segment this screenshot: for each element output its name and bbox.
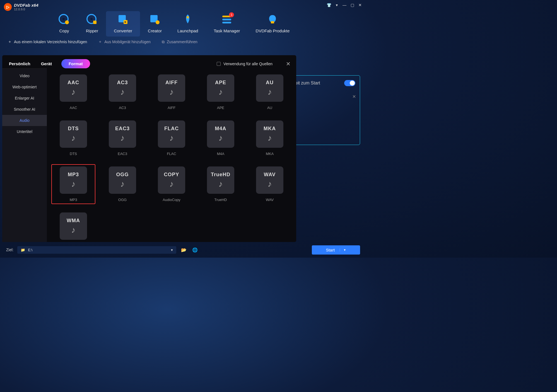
category-item[interactable]: Video <box>2 70 47 81</box>
main-nav: Copy Ripper Converter Creator Launchpad … <box>0 11 366 37</box>
format-cell-mka[interactable]: MKA♪MKA <box>248 118 292 158</box>
category-item[interactable]: Web-optimiert <box>2 81 47 93</box>
add-local-button[interactable]: ＋ Aus einem lokalen Verzeichnis hinzufüg… <box>8 39 87 44</box>
target-path: E:\ <box>28 248 32 252</box>
category-item[interactable]: Enlarger AI <box>2 93 47 104</box>
format-label: AudioCopy <box>163 198 180 202</box>
tab-personal[interactable]: Persönlich <box>8 60 32 68</box>
task-toggle[interactable] <box>344 80 355 86</box>
format-abbr: AC3 <box>117 80 128 86</box>
format-cell-copy[interactable]: COPY♪AudioCopy <box>150 164 194 204</box>
format-cell-ape[interactable]: APE♪APE <box>199 72 243 112</box>
category-item[interactable]: Smoother AI <box>2 104 47 115</box>
format-cell-m4a[interactable]: M4A♪M4A <box>199 118 243 158</box>
creator-icon <box>149 13 161 26</box>
format-abbr: APE <box>215 80 226 86</box>
tab-device[interactable]: Gerät <box>40 60 53 68</box>
format-cell-wav[interactable]: WAV♪WAV <box>248 164 292 204</box>
format-label: AAC <box>70 106 77 110</box>
format-cell-aiff[interactable]: AIFF♪AIFF <box>150 72 194 112</box>
format-cell-eac3[interactable]: EAC3♪EAC3 <box>100 118 144 158</box>
music-note-icon: ♪ <box>120 87 125 97</box>
format-tile: AIFF♪ <box>158 74 185 102</box>
nav-label: Ripper <box>86 28 98 33</box>
add-mobile-button[interactable]: ＋ Aus Mobilgerät hinzufügen <box>98 39 151 44</box>
format-picker-modal: Persönlich Gerät Format Verwendung für a… <box>2 55 296 242</box>
music-note-icon: ♪ <box>219 133 223 143</box>
task-panel: eit zum Start ✕ <box>290 75 360 145</box>
plus-icon: ＋ <box>98 39 102 44</box>
task-manager-icon: 1 <box>221 13 233 26</box>
web-target-button[interactable]: 🌐 <box>191 247 199 253</box>
merge-button[interactable]: ⧉ Zusammenführen <box>162 40 197 44</box>
nav-products[interactable]: DVDFab Produkte <box>248 11 298 37</box>
close-button[interactable]: ✕ <box>358 3 362 7</box>
format-abbr: EAC3 <box>115 126 130 132</box>
format-label: MP3 <box>70 198 77 202</box>
svg-rect-14 <box>222 22 231 23</box>
target-path-select[interactable]: 📁 E:\ ▾ <box>17 246 176 254</box>
modal-header: Persönlich Gerät Format Verwendung für a… <box>2 55 296 68</box>
svg-point-2 <box>65 20 69 24</box>
format-cell-wma[interactable]: WMA♪WMA <box>51 210 95 242</box>
format-cell-flac[interactable]: FLAC♪FLAC <box>150 118 194 158</box>
svg-rect-13 <box>222 19 231 20</box>
format-label: MKA <box>266 152 274 156</box>
category-item[interactable]: Untertitel <box>2 126 47 137</box>
format-cell-mp3[interactable]: MP3♪MP3 <box>51 164 95 204</box>
use-all-sources-option[interactable]: Verwendung für alle Quellen <box>217 62 273 66</box>
nav-label: Converter <box>114 28 132 33</box>
format-tile: MP3♪ <box>60 166 87 194</box>
modal-close-button[interactable]: ✕ <box>286 61 291 67</box>
format-label: WAV <box>266 198 274 202</box>
format-cell-aac[interactable]: AAC♪AAC <box>51 72 95 112</box>
nav-copy[interactable]: Copy <box>50 11 78 37</box>
maximize-button[interactable]: ▢ <box>350 3 355 7</box>
format-cell-dts[interactable]: DTS♪DTS <box>51 118 95 158</box>
format-tile: AAC♪ <box>60 74 87 102</box>
format-label: DTS <box>70 152 77 156</box>
nav-ripper[interactable]: Ripper <box>78 11 106 37</box>
app-name: DVDFab x64 <box>14 3 38 8</box>
format-tile: APE♪ <box>207 74 234 102</box>
format-abbr: TrueHD <box>211 172 230 178</box>
nav-converter[interactable]: Converter <box>106 11 140 37</box>
format-cell-au[interactable]: AU♪AU <box>248 72 292 112</box>
music-note-icon: ♪ <box>120 133 125 143</box>
format-tile: TrueHD♪ <box>207 166 234 194</box>
music-note-icon: ♪ <box>268 179 272 189</box>
browse-folder-button[interactable]: 📂 <box>180 247 187 253</box>
nav-launchpad[interactable]: Launchpad <box>170 11 206 37</box>
tab-format[interactable]: Format <box>61 59 90 68</box>
svg-point-4 <box>90 18 93 20</box>
format-label: OGG <box>118 198 127 202</box>
format-abbr: M4A <box>215 126 226 132</box>
format-tile: M4A♪ <box>207 120 234 148</box>
format-abbr: MP3 <box>68 172 79 178</box>
minimize-button[interactable]: — <box>342 3 347 7</box>
target-label: Ziel: <box>6 248 13 252</box>
format-tile: FLAC♪ <box>158 120 185 148</box>
format-cell-ogg[interactable]: OGG♪OGG <box>100 164 144 204</box>
task-close-icon[interactable]: ✕ <box>352 94 356 99</box>
nav-task-manager[interactable]: 1 Task Manager <box>206 11 248 37</box>
rocket-icon <box>182 13 194 26</box>
task-badge: 1 <box>229 12 234 17</box>
category-item[interactable]: Audio <box>2 115 47 126</box>
format-label: AC3 <box>119 106 126 110</box>
converter-icon <box>117 13 129 26</box>
start-dropdown-icon[interactable]: ▼ <box>340 248 346 251</box>
music-note-icon: ♪ <box>170 87 174 97</box>
dropdown-icon[interactable]: ▾ <box>334 3 339 7</box>
svg-point-11 <box>187 16 189 18</box>
music-note-icon: ♪ <box>120 179 125 189</box>
nav-creator[interactable]: Creator <box>140 11 170 37</box>
format-cell-truehd[interactable]: TrueHD♪TrueHD <box>199 164 243 204</box>
shirt-icon[interactable]: 👕 <box>327 3 331 7</box>
format-cell-ac3[interactable]: AC3♪AC3 <box>100 72 144 112</box>
format-label: FLAC <box>167 152 176 156</box>
music-note-icon: ♪ <box>71 133 76 143</box>
format-abbr: WMA <box>67 218 80 224</box>
music-note-icon: ♪ <box>219 87 223 97</box>
start-button[interactable]: Start ▼ <box>312 245 360 255</box>
